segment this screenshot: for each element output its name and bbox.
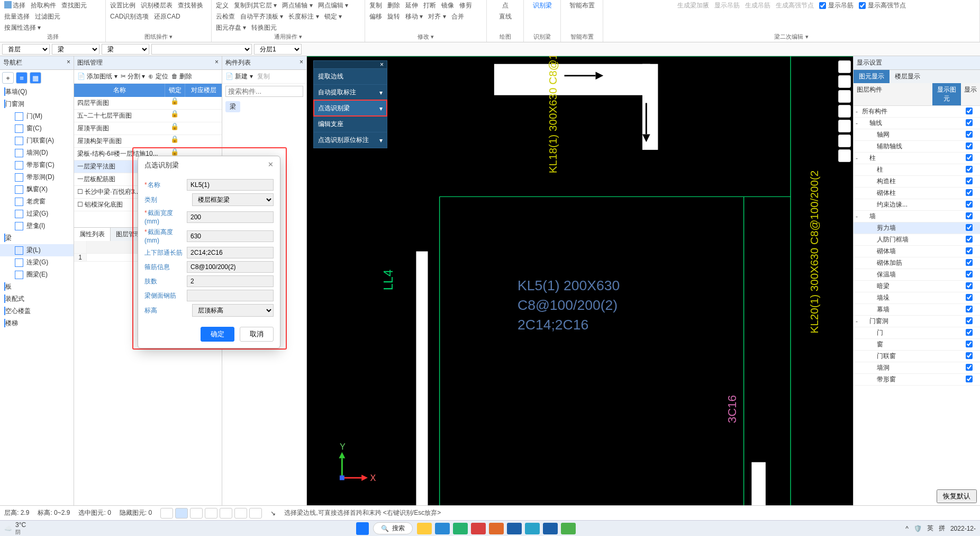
task-icon[interactable] [453, 523, 468, 534]
ribbon-btn[interactable]: 按属性选择 ▾ [4, 23, 41, 32]
nav-item[interactable]: 壁龛(I) [0, 220, 74, 232]
ime-mode[interactable]: 拼 [939, 524, 945, 533]
display-row[interactable]: 幕墙 [854, 304, 980, 316]
display-row[interactable]: 柱 [854, 164, 980, 176]
task-icon[interactable] [417, 523, 432, 534]
display-checkbox[interactable] [966, 247, 973, 254]
components-tool-copy[interactable]: 复制 [257, 72, 270, 81]
nav-item[interactable]: 梁(L) [0, 244, 74, 256]
dialog-field-名称[interactable] [187, 179, 274, 191]
ribbon-btn[interactable]: CAD识别选项 [110, 12, 149, 21]
status-tool[interactable] [160, 508, 173, 519]
drawings-tool-locate[interactable]: ⊕ 定位 [148, 72, 168, 81]
nav-tool-list[interactable]: ≡ [16, 72, 28, 84]
ribbon-btn[interactable]: 旋转 [387, 12, 400, 21]
close-icon[interactable]: × [67, 58, 70, 67]
drawing-row[interactable]: 四层平面图🔒 [74, 97, 222, 110]
view-tool[interactable] [838, 75, 851, 88]
display-checkbox[interactable] [966, 317, 973, 324]
display-checkbox[interactable] [966, 189, 973, 196]
float-menu-item[interactable]: 自动提取标注▾ [314, 84, 387, 100]
dialog-field-标高[interactable]: 层顶标高 [192, 304, 274, 317]
display-row[interactable]: 砌体柱 [854, 187, 980, 199]
category-select-2[interactable]: 梁 [102, 44, 149, 55]
nav-item[interactable]: 门联窗(A) [0, 135, 74, 147]
ribbon-btn[interactable]: 删除 [387, 1, 400, 10]
ribbon-btn[interactable]: 还原CAD [154, 12, 180, 21]
display-row[interactable]: 砌体墙 [854, 246, 980, 257]
taskbar-date[interactable]: 2022-12- [950, 525, 976, 532]
ribbon-btn[interactable]: 查找替换 [178, 1, 203, 10]
lock-icon[interactable]: 🔒 [170, 97, 179, 105]
display-checkbox[interactable] [966, 119, 973, 126]
task-icon[interactable] [525, 523, 540, 534]
ribbon-btn[interactable]: 偏移 [369, 12, 382, 21]
view-tool[interactable] [838, 149, 851, 162]
ribbon-btn[interactable]: 延伸 [405, 1, 418, 10]
dialog-field-上下部通长筋[interactable] [187, 247, 274, 258]
task-icon[interactable] [561, 523, 576, 534]
ribbon-btn[interactable]: 对齐 ▾ [428, 12, 446, 21]
display-row[interactable]: 门 [854, 327, 980, 339]
ribbon-btn[interactable]: 查找图元 [61, 1, 87, 10]
status-tool[interactable] [249, 508, 262, 519]
display-row[interactable]: 剪力墙 [854, 222, 980, 234]
status-tool[interactable] [205, 508, 217, 519]
component-select[interactable] [151, 44, 252, 55]
nav-item[interactable]: 连梁(G) [0, 256, 74, 269]
display-row[interactable]: 人防门框墙 [854, 234, 980, 246]
nav-group[interactable]: 幕墙(Q) [0, 86, 74, 98]
ribbon-btn[interactable]: 自动平齐顶板 ▾ [240, 12, 283, 21]
display-checkbox[interactable] [966, 154, 973, 161]
ribbon-btn[interactable]: 生成吊筋 [745, 1, 770, 10]
dialog-field-箍筋信息[interactable] [187, 261, 274, 273]
display-checkbox[interactable] [966, 329, 973, 336]
dialog-field-梁侧面钢筋[interactable] [187, 290, 274, 301]
display-row[interactable]: 保温墙 [854, 269, 980, 281]
components-search-input[interactable] [225, 86, 303, 97]
status-tool[interactable] [175, 508, 188, 519]
category-select-1[interactable]: 梁 [52, 44, 99, 55]
display-row[interactable]: 约束边缘... [854, 199, 980, 211]
ribbon-btn[interactable]: 合并 [451, 12, 464, 21]
drawing-row[interactable]: 五~二十七层平面图🔒 [74, 110, 222, 122]
lock-icon[interactable]: 🔒 [170, 148, 179, 156]
nav-group[interactable]: 装配式 [0, 293, 74, 305]
view-tool[interactable] [838, 120, 851, 132]
ribbon-btn[interactable]: 批量选择 [4, 12, 30, 21]
ribbon-btn[interactable]: 两点辅轴 ▾ [282, 1, 312, 10]
ribbon-btn[interactable]: 显示吊筋 [714, 1, 740, 10]
float-menu-item[interactable]: 点选识别原位标注▾ [314, 132, 387, 148]
task-icon[interactable] [471, 523, 486, 534]
drawings-tool-split[interactable]: ✂ 分割 ▾ [121, 72, 146, 81]
display-checkbox[interactable] [966, 236, 973, 243]
nav-item[interactable]: 飘窗(X) [0, 183, 74, 195]
ribbon-btn[interactable]: 过滤图元 [35, 12, 60, 21]
nav-item[interactable]: 过梁(G) [0, 208, 74, 220]
display-checkbox[interactable] [966, 212, 973, 219]
display-checkbox[interactable] [966, 341, 973, 347]
display-row[interactable]: -轴线 [854, 118, 980, 129]
ribbon-btn[interactable]: 长度标注 ▾ [288, 12, 319, 21]
display-col-show-element[interactable]: 显示图元 [932, 83, 961, 105]
ribbon-btn[interactable]: 图元存盘 ▾ [216, 23, 246, 32]
lock-icon[interactable]: 🔒 [170, 135, 179, 143]
weather-widget[interactable]: ☁️ 3°C阴 [4, 521, 26, 536]
nav-item[interactable]: 门(M) [0, 110, 74, 122]
nav-item[interactable]: 老虎窗 [0, 195, 74, 208]
ribbon-btn[interactable]: 识别楼层表 [141, 1, 173, 10]
ribbon-btn[interactable]: 复制到其它层 ▾ [234, 1, 277, 10]
start-button[interactable] [356, 522, 369, 535]
display-checkbox[interactable] [966, 201, 973, 208]
display-row[interactable]: 辅助轴线 [854, 141, 980, 153]
tray-icon[interactable]: 🛡️ [914, 525, 922, 532]
close-icon[interactable]: × [300, 58, 303, 67]
tab-element-display[interactable]: 图元显示 [854, 70, 890, 83]
ribbon-btn[interactable]: 网点编辑 ▾ [318, 1, 348, 10]
display-row[interactable]: 窗 [854, 339, 980, 351]
cad-canvas[interactable]: KL18(1) 300X630 C8@100(2) 2C20;2C20 KL5(… [307, 56, 853, 505]
components-tool-new[interactable]: 📄 新建 ▾ [225, 72, 253, 81]
ribbon-btn[interactable]: 生成高强节点 [776, 1, 814, 10]
display-checkbox[interactable] [966, 131, 973, 138]
display-row[interactable]: 墙垛 [854, 292, 980, 304]
